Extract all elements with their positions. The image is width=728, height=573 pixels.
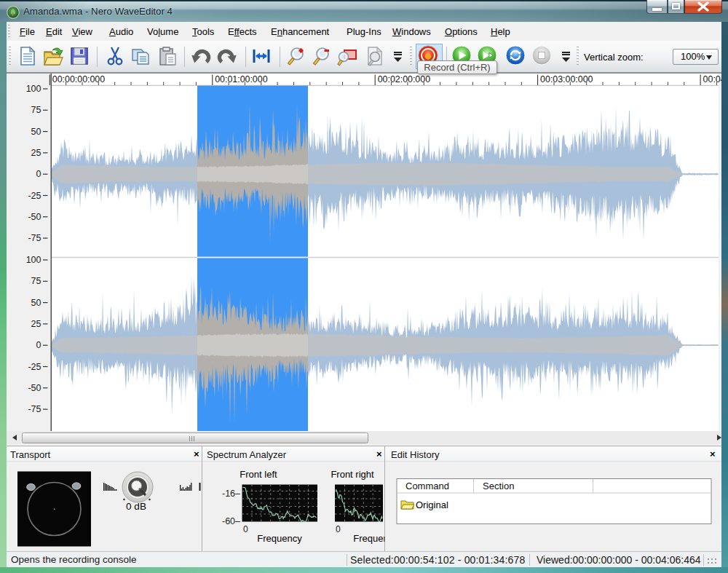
svg-text:00:00:00:000: 00:00:00:000 xyxy=(52,74,105,84)
svg-text:0: 0 xyxy=(36,340,41,350)
svg-text:00:02:00:000: 00:02:00:000 xyxy=(378,74,430,84)
svg-text:50: 50 xyxy=(31,127,41,137)
svg-text:00:03:00:000: 00:03:00:000 xyxy=(540,74,593,84)
svg-text:100: 100 xyxy=(26,84,41,94)
svg-text:25: 25 xyxy=(31,319,41,329)
svg-text:75: 75 xyxy=(31,105,41,115)
svg-text:-75: -75 xyxy=(28,233,41,243)
svg-text:-25: -25 xyxy=(28,191,41,201)
svg-text:25: 25 xyxy=(31,148,41,158)
svg-text:0: 0 xyxy=(36,169,41,179)
svg-text:-50: -50 xyxy=(28,383,41,393)
svg-text:00:01:00:000: 00:01:00:000 xyxy=(215,74,267,84)
svg-text:-25: -25 xyxy=(28,362,41,372)
svg-text:75: 75 xyxy=(31,276,41,286)
svg-text:-50: -50 xyxy=(28,212,41,222)
svg-text:50: 50 xyxy=(31,298,41,308)
svg-text:-75: -75 xyxy=(28,404,41,414)
svg-text:00:04:00:000: 00:04:00:000 xyxy=(703,74,721,84)
svg-text:100: 100 xyxy=(26,255,41,265)
